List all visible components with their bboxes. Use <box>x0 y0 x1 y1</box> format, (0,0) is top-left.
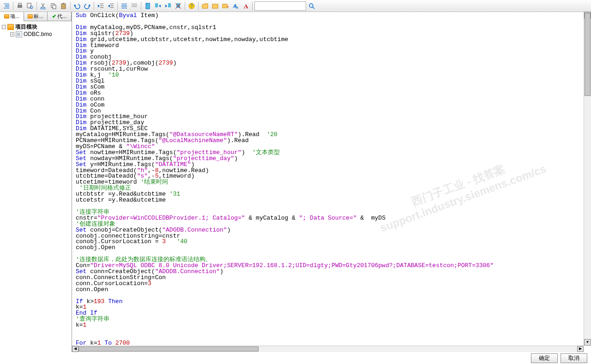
svg-rect-19 <box>110 7 114 8</box>
svg-rect-4 <box>18 5 22 8</box>
svg-rect-6 <box>27 3 31 8</box>
horizontal-scrollbar[interactable]: ◀ ▶ <box>72 346 584 352</box>
tree-label: 项目模块 <box>15 23 37 31</box>
svg-rect-25 <box>132 5 137 6</box>
print-icon[interactable] <box>15 1 24 11</box>
bookmark-next-icon[interactable] <box>153 1 163 11</box>
svg-text:A: A <box>236 6 239 10</box>
svg-rect-17 <box>110 4 114 4</box>
bookmark-clear-icon[interactable] <box>174 1 183 11</box>
tab-tags[interactable]: 标... <box>24 12 48 21</box>
svg-text:*: * <box>227 5 229 10</box>
indent-icon[interactable] <box>106 1 115 11</box>
scroll-left-icon[interactable]: ◀ <box>72 346 78 352</box>
svg-rect-23 <box>121 8 127 8</box>
svg-rect-34 <box>223 4 227 8</box>
svg-rect-24 <box>132 4 137 4</box>
svg-rect-5 <box>18 3 21 5</box>
copy-icon[interactable] <box>49 1 58 11</box>
redo-icon[interactable] <box>83 1 92 11</box>
svg-rect-11 <box>53 5 56 9</box>
project-tree-panel: 项... 标... ✔代... − 项目模块 + ODBC.bmo <box>0 12 72 352</box>
folder-icon <box>4 14 9 18</box>
tab-label: 项... <box>10 13 19 20</box>
svg-rect-0 <box>4 4 9 4</box>
svg-line-40 <box>313 7 314 9</box>
svg-rect-21 <box>121 5 127 6</box>
svg-rect-12 <box>61 4 66 9</box>
search-input[interactable] <box>254 1 306 11</box>
uncomment-icon[interactable] <box>130 1 139 11</box>
svg-rect-20 <box>121 4 127 4</box>
outdent-icon[interactable] <box>96 1 105 11</box>
svg-rect-26 <box>132 6 137 7</box>
svg-rect-13 <box>63 3 64 4</box>
svg-rect-16 <box>100 7 103 8</box>
tree-body: − 项目模块 + ODBC.bmo <box>0 21 72 352</box>
svg-rect-1 <box>5 5 9 6</box>
cancel-button[interactable]: 取消 <box>561 353 587 363</box>
ok-button[interactable]: 确定 <box>531 353 558 363</box>
folder-new-icon[interactable]: * <box>221 1 230 11</box>
font-icon[interactable]: A <box>241 1 250 11</box>
tab-label: 标... <box>34 13 43 20</box>
svg-rect-28 <box>155 3 158 7</box>
tab-code[interactable]: ✔代... <box>48 12 72 21</box>
search-go-icon[interactable] <box>307 1 316 11</box>
svg-point-39 <box>309 4 313 7</box>
help-icon[interactable]: ? <box>187 1 196 11</box>
code-content[interactable]: Sub OnClick(Byval Item) Dim myCatalog,my… <box>72 12 591 352</box>
tab-label: 代... <box>57 13 66 20</box>
tab-project[interactable]: 项... <box>0 12 24 21</box>
folder-icon[interactable] <box>211 1 220 11</box>
tree-tabs: 项... 标... ✔代... <box>0 12 72 21</box>
svg-rect-18 <box>110 6 114 6</box>
scroll-thumb[interactable] <box>78 346 259 352</box>
svg-rect-27 <box>146 3 150 9</box>
scroll-thumb[interactable] <box>585 13 591 96</box>
svg-rect-33 <box>212 4 218 8</box>
check-icon: ✔ <box>52 13 56 19</box>
collapse-icon[interactable]: − <box>2 25 6 29</box>
undo-icon[interactable] <box>72 1 82 11</box>
paste-icon[interactable] <box>59 1 68 11</box>
tree-item-odbc[interactable]: + ODBC.bmo <box>10 30 70 38</box>
cut-icon[interactable] <box>39 1 48 11</box>
toolbar: ? * AA A <box>0 0 591 12</box>
expand-icon[interactable]: + <box>10 32 14 36</box>
scroll-right-icon[interactable]: ▶ <box>577 346 584 352</box>
print-preview-icon[interactable] <box>25 1 35 11</box>
svg-rect-22 <box>121 6 127 7</box>
find-icon[interactable]: AA <box>231 1 240 11</box>
svg-rect-15 <box>100 6 103 6</box>
svg-rect-29 <box>168 3 171 7</box>
bookmark-prev-icon[interactable] <box>163 1 173 11</box>
module-icon <box>16 31 22 37</box>
svg-text:A: A <box>244 3 248 10</box>
folder-icon <box>7 24 14 30</box>
tree-root[interactable]: − 项目模块 <box>2 23 70 30</box>
comment-icon[interactable] <box>120 1 129 11</box>
bookmark-toggle-icon[interactable] <box>143 1 152 11</box>
svg-text:?: ? <box>190 4 193 9</box>
scroll-down-icon[interactable]: ▼ <box>584 339 591 346</box>
svg-rect-2 <box>5 6 9 7</box>
vertical-scrollbar[interactable]: ▲ ▼ <box>584 12 591 346</box>
tree-label: ODBC.bmo <box>24 31 52 37</box>
svg-rect-14 <box>100 4 103 4</box>
folder-icon <box>28 14 33 18</box>
svg-rect-3 <box>4 8 9 8</box>
dialog-footer: 确定 取消 <box>527 352 591 364</box>
folder-open-icon[interactable] <box>200 1 210 11</box>
indent-left-icon[interactable] <box>2 1 11 11</box>
code-editor[interactable]: 西门子工业 - 找答案 support.industry.siemens.com… <box>72 12 591 352</box>
